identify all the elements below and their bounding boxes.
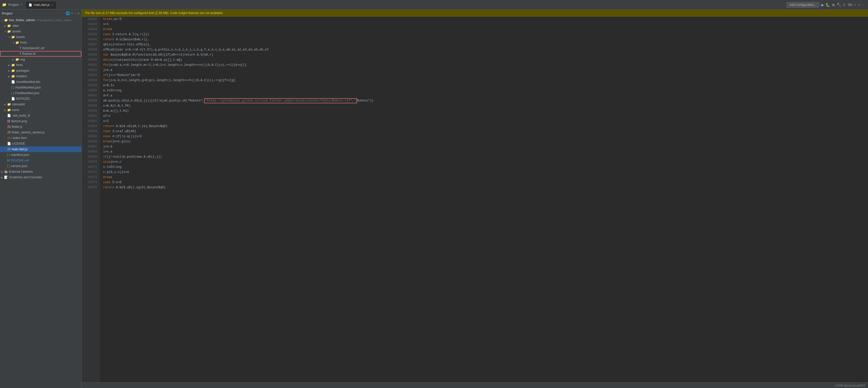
- sidebar-item-icons[interactable]: ▶ 📁 icons: [0, 107, 82, 113]
- code-line: qD(a){return this.aTM(a)},: [103, 42, 868, 47]
- line-number: 45872: [82, 170, 97, 175]
- sidebar-item-assets-root[interactable]: ▼ 📁 assets: [0, 29, 82, 34]
- ext-libs-label: External Libraries: [9, 170, 33, 173]
- packages-arrow-icon: ▶: [8, 69, 11, 72]
- sidebar-item-notosans[interactable]: T NotoSansSC.otf: [0, 45, 82, 51]
- line-number: 45859: [82, 103, 97, 108]
- sidebar-item-favicon[interactable]: 🖼 favicon.png: [0, 118, 82, 124]
- sidebar-item-assets-sub[interactable]: ▼ 📁 assets: [0, 34, 82, 40]
- sidebar-action-icon-4[interactable]: ⚙: [77, 11, 80, 15]
- code-line: case 5:s=6: [103, 180, 868, 185]
- svg-folder-icon: 📁: [15, 58, 19, 61]
- sidebar-item-index-html[interactable]: </> index.html: [0, 135, 82, 141]
- sidebar-item-canvaskit[interactable]: ▶ 📁 canvaskit: [0, 101, 82, 107]
- sidebar-item-manifest[interactable]: { } manifest.json: [0, 152, 82, 158]
- run-icon[interactable]: ▶: [821, 3, 824, 7]
- sidebar-item-idea[interactable]: ▶ 📁 .idea: [0, 23, 82, 29]
- active-tab[interactable]: 📄 main.dart.js ✕: [25, 1, 56, 9]
- sidebar-item-flutter-sw[interactable]: JS flutter_service_worker.js: [0, 130, 82, 135]
- version-icon: { }: [7, 164, 10, 168]
- sidebar-action-icon-3[interactable]: ↔: [74, 11, 76, 15]
- sidebar-item-notices[interactable]: 📄 NOTICES: [0, 96, 82, 101]
- code-line: return A.W($.a9().zg(0),$async$qD): [103, 185, 868, 190]
- code-content[interactable]: break;q=!0s=1breakcase 1:return A.T(q,r)…: [100, 17, 868, 382]
- flutter-js-icon: JS: [7, 125, 11, 129]
- line-number: 45869: [82, 154, 97, 159]
- tab-close-icon[interactable]: ✕: [51, 4, 53, 6]
- line-number: 45845: [82, 32, 97, 37]
- sidebar-item-readme[interactable]: M README.md: [0, 158, 82, 163]
- tree-root[interactable]: ▼ 📁 live_flutter_admin D:\project\live_f…: [0, 18, 82, 23]
- line-number: 45867: [82, 144, 97, 149]
- sidebar-item-shaders[interactable]: ▶ 📁 shaders: [0, 73, 82, 79]
- version-label: version.json: [11, 164, 27, 168]
- packages-folder-icon: 📁: [11, 69, 15, 72]
- code-line: e=$.Iv: [103, 83, 868, 88]
- license-icon: 📄: [7, 142, 11, 146]
- sidebar-item-flutter-js[interactable]: JS flutter.js: [0, 124, 82, 130]
- code-line: e.toString: [103, 88, 868, 93]
- flutter-sw-label: flutter_service_worker.js: [12, 131, 45, 134]
- line-number: 45857: [82, 93, 97, 98]
- git-check-2: ✓: [858, 3, 861, 7]
- sidebar-item-license[interactable]: 📄 LICENSE: [0, 141, 82, 147]
- root-arrow-icon: ▼: [1, 19, 4, 22]
- sidebar-item-external-libs[interactable]: ▶ 📚 External Libraries: [0, 169, 82, 174]
- editor-area: The file size (4.37 MB) exceeds the conf…: [82, 10, 868, 388]
- canvaskit-label: canvaskit: [12, 102, 25, 106]
- flutter-sw-icon: JS: [7, 131, 11, 134]
- sidebar-item-main-dart-js[interactable]: JS main.dart.js: [0, 147, 82, 152]
- git-more-icon[interactable]: ⋯: [862, 2, 866, 7]
- sidebar-item-packages[interactable]: ▶ 📁 packages: [0, 68, 82, 73]
- root-label: live_flutter_admin: [9, 19, 35, 22]
- sidebar-item-svg[interactable]: ▶ 📁 svg: [0, 57, 82, 62]
- sidebar-item-assetmanifest-bin[interactable]: 📄 AssetManifest.bin: [0, 79, 82, 85]
- line-number: 45870: [82, 159, 97, 165]
- project-chevron-icon: ▼: [21, 3, 22, 6]
- sidebar-item-last-build-id[interactable]: 📄 .last_build_id: [0, 113, 82, 118]
- top-bar-left: 📁 Project ▼: [2, 3, 22, 7]
- settings-icon[interactable]: ⚙: [842, 3, 846, 7]
- code-line: break}n=o.gJ(o): [103, 139, 868, 144]
- stop-icon[interactable]: ⏹: [832, 3, 835, 7]
- sidebar-action-icon-1[interactable]: 🌐: [66, 11, 70, 15]
- tab-file-icon: 📄: [29, 3, 32, 7]
- ext-libs-arrow-icon: ▶: [1, 170, 4, 173]
- assets-sub-arrow-icon: ▼: [8, 36, 11, 38]
- sidebar-item-assetmanifest-json[interactable]: { } AssetManifest.json: [0, 85, 82, 90]
- git-status: Git: ✓ ✓ ⋯: [848, 2, 866, 7]
- flutter-js-label: flutter.js: [12, 125, 22, 129]
- add-config-button[interactable]: Add Configuration...: [786, 2, 819, 8]
- sidebar-item-scratches[interactable]: ▶ 📝 Scratches and Consoles: [0, 174, 82, 180]
- sidebar-action-icon-2[interactable]: ≡: [71, 11, 73, 15]
- debug-icon[interactable]: 🐛: [826, 3, 830, 7]
- notices-icon: 📄: [11, 97, 15, 100]
- sidebar-item-fonts[interactable]: ▼ 📁 fonts: [0, 40, 82, 45]
- line-number: 45849: [82, 52, 97, 57]
- sidebar-item-fonts2[interactable]: ▶ 📁 fonts: [0, 62, 82, 68]
- code-line: s=3: [103, 119, 868, 124]
- assets-root-folder-icon: 📁: [7, 30, 11, 33]
- line-number: 45848: [82, 47, 97, 52]
- assets-sub-folder-icon: 📁: [11, 35, 15, 39]
- fonts-folder-icon: 📁: [15, 41, 19, 44]
- build-icon[interactable]: 🔨: [837, 3, 841, 7]
- canvaskit-arrow-icon: ▶: [4, 103, 7, 106]
- line-number: 45866: [82, 139, 97, 144]
- last-build-icon: 📄: [7, 114, 11, 117]
- code-line: b=A.a([],t.K1): [103, 108, 868, 114]
- roboto-label: Roboto.ttf: [22, 52, 35, 56]
- line-number: 45842: [82, 17, 97, 22]
- fontmanifest-label: FontManifest.json: [15, 91, 39, 95]
- line-number: 45871: [82, 165, 97, 170]
- sidebar-item-roboto[interactable]: T Roboto.ttf: [0, 51, 82, 57]
- line-number: 45851: [82, 63, 97, 68]
- sidebar-item-version[interactable]: { } version.json: [0, 163, 82, 169]
- project-label[interactable]: Project: [8, 3, 19, 7]
- line-number: 45864: [82, 129, 97, 134]
- sidebar-header: Project 🌐 ≡ ↔ ⚙: [0, 10, 82, 18]
- tab-label: main.dart.js: [34, 3, 50, 7]
- svg-arrow-icon: ▶: [12, 58, 15, 61]
- assetmanifest-json-icon: { }: [11, 86, 14, 89]
- sidebar-item-fontmanifest[interactable]: { } FontManifest.json: [0, 90, 82, 96]
